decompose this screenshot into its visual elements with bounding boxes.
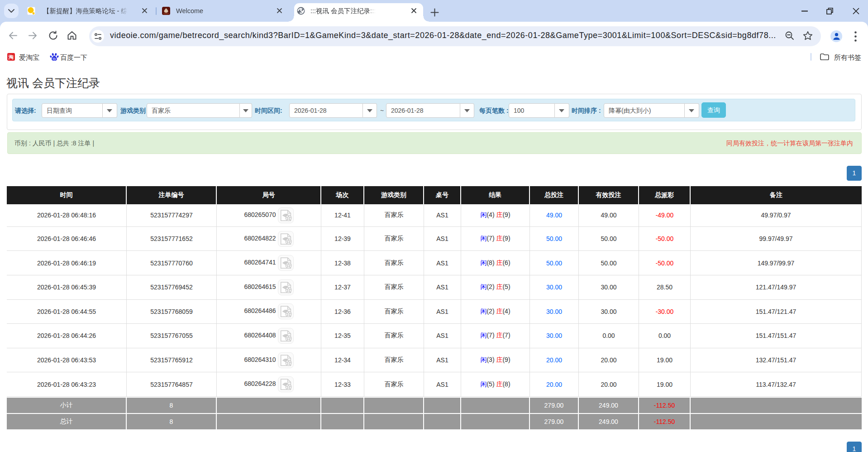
svg-text:淘: 淘	[8, 54, 14, 60]
svg-text:du: du	[52, 57, 56, 60]
